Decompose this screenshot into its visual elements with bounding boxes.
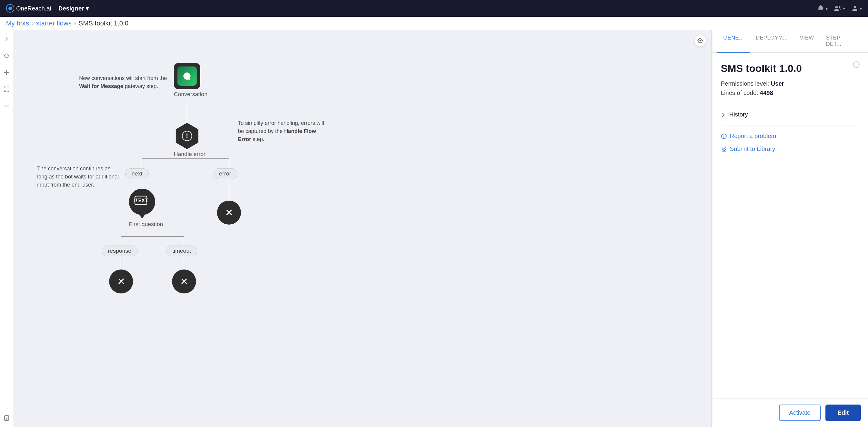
sidebar-expand-canvas-button[interactable] bbox=[1, 84, 12, 95]
tab-view[interactable]: VIEW bbox=[794, 30, 820, 53]
svg-point-3 bbox=[839, 6, 840, 8]
document-icon bbox=[4, 415, 9, 421]
tab-deployment[interactable]: DEPLOYM... bbox=[750, 30, 794, 53]
branch-response-wrapper: response bbox=[102, 245, 137, 256]
first-question-node[interactable]: ITEXT I bbox=[129, 189, 155, 215]
handle-error-node-wrapper[interactable]: ! Handle error bbox=[174, 123, 206, 158]
designer-chevron: ▾ bbox=[86, 5, 89, 12]
handle-error-node-inner: ! bbox=[178, 127, 196, 145]
response-close-node[interactable]: ✕ bbox=[109, 269, 133, 293]
handle-error-node[interactable]: ! bbox=[174, 123, 200, 149]
status-indicator bbox=[853, 61, 860, 68]
branch-next-label[interactable]: next bbox=[125, 168, 149, 179]
sidebar-refresh-button[interactable] bbox=[1, 50, 12, 61]
annotation-loop: The conversation continues as long as th… bbox=[37, 165, 121, 189]
edit-button[interactable]: Edit bbox=[826, 404, 861, 421]
sidebar-expand-button[interactable] bbox=[1, 34, 12, 44]
annotation-error: To simplify error handling, errors will … bbox=[238, 119, 328, 143]
tab-step-details[interactable]: STEP DET... bbox=[820, 30, 863, 53]
minus-icon bbox=[4, 103, 9, 109]
refresh-icon bbox=[4, 53, 9, 59]
handle-error-label: Handle error bbox=[174, 151, 206, 158]
conversation-label: Conversation bbox=[174, 91, 208, 98]
breadcrumb-current: SMS toolkit 1.0.0 bbox=[79, 20, 128, 27]
conversation-node[interactable] bbox=[174, 63, 200, 89]
branch-response-label[interactable]: response bbox=[102, 245, 137, 256]
team-icon bbox=[834, 5, 842, 12]
svg-text:!: ! bbox=[186, 132, 188, 139]
lines-value: 4498 bbox=[760, 90, 773, 96]
logo-text: OneReach.ai bbox=[16, 5, 51, 12]
plus-icon bbox=[4, 69, 9, 75]
panel-tabs: GENE... DEPLOYM... VIEW STEP DET... bbox=[712, 30, 868, 53]
breadcrumb-starter-flows[interactable]: starter flows bbox=[36, 20, 72, 27]
history-label: History bbox=[729, 111, 748, 118]
report-problem-icon bbox=[721, 133, 727, 139]
svg-point-4 bbox=[854, 6, 856, 8]
report-problem-link[interactable]: Report a problem bbox=[721, 133, 860, 139]
chevron-right-icon bbox=[4, 36, 9, 42]
panel-title: SMS toolkit 1.0.0 bbox=[721, 63, 860, 74]
error-close-node-wrapper[interactable]: ✕ bbox=[217, 201, 241, 225]
submit-library-label: Submit to Library bbox=[730, 145, 775, 153]
locator-button[interactable] bbox=[694, 35, 706, 47]
divider-1 bbox=[721, 104, 860, 104]
branch-error-wrapper: error bbox=[213, 168, 237, 179]
chevron-bell: ▾ bbox=[826, 6, 828, 11]
expand-canvas-icon bbox=[4, 86, 9, 92]
account-button[interactable]: ▾ bbox=[851, 5, 862, 12]
report-problem-label: Report a problem bbox=[730, 133, 776, 139]
sidebar-doc-button[interactable] bbox=[1, 413, 12, 423]
conversation-node-inner bbox=[178, 66, 197, 86]
nav-right: ▾ ▾ ▾ bbox=[817, 5, 862, 12]
main-layout: Conversation ! Handle error next error bbox=[0, 30, 868, 427]
conversation-node-wrapper[interactable]: Conversation bbox=[174, 63, 208, 98]
branch-timeout-wrapper: timeout bbox=[166, 245, 197, 256]
permissions-value: User bbox=[771, 80, 784, 87]
logo-icon bbox=[6, 4, 14, 12]
chevron-account: ▾ bbox=[860, 6, 862, 11]
top-navigation: OneReach.ai Designer ▾ ▾ ▾ ▾ bbox=[0, 0, 868, 17]
tab-general[interactable]: GENE... bbox=[717, 30, 750, 53]
branch-next-wrapper: next bbox=[125, 168, 149, 179]
chevron-team: ▾ bbox=[843, 6, 845, 11]
designer-button[interactable]: Designer ▾ bbox=[58, 5, 89, 12]
svg-point-2 bbox=[835, 6, 838, 8]
svg-point-1 bbox=[8, 7, 12, 10]
timeout-close-node[interactable]: ✕ bbox=[172, 269, 196, 293]
error-icon: ! bbox=[181, 130, 193, 142]
left-sidebar bbox=[0, 30, 13, 427]
chevron-right-history-icon bbox=[721, 112, 726, 118]
annotation-conversation: New conversations will start from the Wa… bbox=[79, 74, 169, 91]
submit-library-icon bbox=[721, 146, 727, 152]
canvas-area: Conversation ! Handle error next error bbox=[13, 30, 711, 427]
divider-2 bbox=[721, 125, 860, 126]
breadcrumb-sep-2: › bbox=[74, 20, 76, 27]
logo: OneReach.ai bbox=[6, 4, 51, 12]
timeout-close-node-wrapper[interactable]: ✕ bbox=[172, 269, 196, 293]
conversation-node-icon bbox=[182, 71, 192, 81]
breadcrumb-my-bots[interactable]: My bots bbox=[6, 20, 29, 27]
submit-library-link[interactable]: Submit to Library bbox=[721, 145, 860, 153]
first-question-node-wrapper[interactable]: ITEXT I First question bbox=[129, 189, 163, 228]
permissions-row: Permissions level: User bbox=[721, 80, 860, 87]
locator-icon bbox=[697, 37, 704, 44]
team-button[interactable]: ▾ bbox=[834, 5, 845, 12]
history-row[interactable]: History bbox=[721, 111, 860, 118]
branch-timeout-label[interactable]: timeout bbox=[166, 245, 197, 256]
sidebar-minus-button[interactable] bbox=[1, 101, 12, 111]
activate-button[interactable]: Activate bbox=[779, 404, 820, 421]
lines-row: Lines of code: 4498 bbox=[721, 90, 860, 96]
response-close-node-wrapper[interactable]: ✕ bbox=[109, 269, 133, 293]
permissions-label: Permissions level: bbox=[721, 80, 769, 87]
branch-error-label[interactable]: error bbox=[213, 168, 237, 179]
svg-text:I: I bbox=[136, 198, 137, 201]
designer-label: Designer bbox=[58, 5, 84, 12]
lines-label: Lines of code: bbox=[721, 90, 758, 96]
sidebar-add-button[interactable] bbox=[1, 67, 12, 78]
panel-content: SMS toolkit 1.0.0 Permissions level: Use… bbox=[712, 53, 868, 398]
error-close-node[interactable]: ✕ bbox=[217, 201, 241, 225]
svg-point-7 bbox=[700, 40, 701, 42]
notifications-button[interactable]: ▾ bbox=[817, 5, 828, 12]
breadcrumb-sep-1: › bbox=[31, 20, 34, 27]
